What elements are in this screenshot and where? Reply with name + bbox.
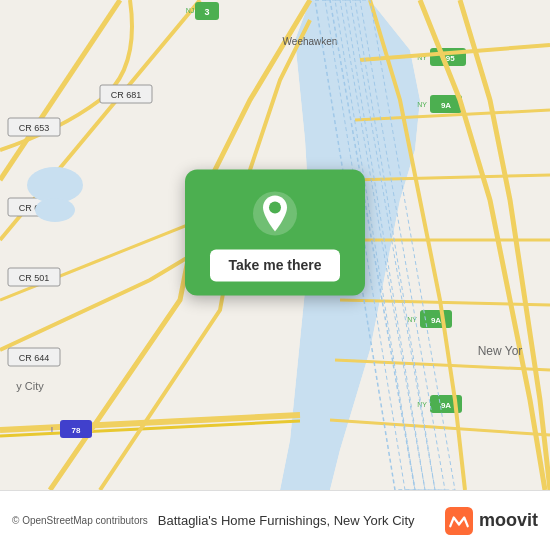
svg-point-49 xyxy=(269,201,281,213)
svg-point-47 xyxy=(35,198,75,222)
svg-text:9A: 9A xyxy=(441,101,451,110)
svg-text:CR 681: CR 681 xyxy=(111,90,142,100)
map-attribution: © OpenStreetMap contributors xyxy=(12,515,148,526)
location-name: Battaglia's Home Furnishings, New York C… xyxy=(148,513,445,528)
svg-text:CR 501: CR 501 xyxy=(19,273,50,283)
svg-text:3: 3 xyxy=(204,7,209,17)
svg-text:CR 653: CR 653 xyxy=(19,123,50,133)
moovit-logo: moovit xyxy=(445,507,538,535)
svg-point-46 xyxy=(27,167,83,203)
svg-text:New Yor: New Yor xyxy=(478,344,523,358)
svg-text:9A: 9A xyxy=(441,401,451,410)
svg-text:I: I xyxy=(51,426,53,433)
map-container: CR 653 CR 653 CR 681 CR 501 CR 644 3 NJ … xyxy=(0,0,550,490)
svg-text:NY: NY xyxy=(417,401,427,408)
svg-text:Weehawken: Weehawken xyxy=(283,36,338,47)
svg-text:78: 78 xyxy=(72,426,81,435)
svg-text:NJ: NJ xyxy=(186,7,195,14)
moovit-icon xyxy=(445,507,473,535)
svg-rect-50 xyxy=(445,507,473,535)
bottom-bar: © OpenStreetMap contributors Battaglia's… xyxy=(0,490,550,550)
svg-text:NY: NY xyxy=(417,101,427,108)
take-me-there-button[interactable]: Take me there xyxy=(210,249,339,281)
moovit-label: moovit xyxy=(479,510,538,531)
location-card: Take me there xyxy=(185,169,365,295)
svg-text:CR 644: CR 644 xyxy=(19,353,50,363)
svg-text:9A: 9A xyxy=(431,316,441,325)
location-pin-icon xyxy=(251,189,299,237)
svg-text:y City: y City xyxy=(16,380,44,392)
